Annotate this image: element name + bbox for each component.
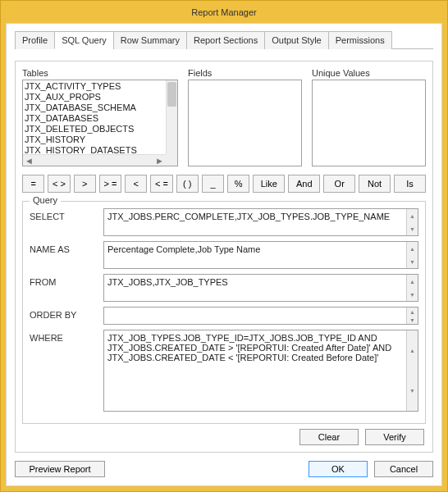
- op-neq[interactable]: < >: [48, 175, 70, 193]
- op-paren[interactable]: ( ): [176, 175, 199, 193]
- titlebar: Report Manager: [1, 1, 447, 23]
- client-area: Profile SQL Query Row Summary Report Sec…: [6, 23, 442, 486]
- scrollbar-vertical[interactable]: [166, 80, 177, 154]
- panel-buttons: Clear Verify: [22, 429, 426, 445]
- op-underscore[interactable]: _: [202, 175, 224, 193]
- op-is[interactable]: Is: [394, 175, 426, 193]
- where-value: JTX_JOB_TYPES.JOB_TYPE_ID=JTX_JOBS.JOB_T…: [107, 333, 391, 362]
- operator-row: = < > > > = < < = ( ) _ % Like And Or No…: [22, 175, 426, 193]
- unique-values-listbox[interactable]: [312, 80, 426, 166]
- spinner[interactable]: ▲▼: [406, 330, 418, 411]
- where-field[interactable]: JTX_JOB_TYPES.JOB_TYPE_ID=JTX_JOBS.JOB_T…: [103, 330, 418, 412]
- ok-button[interactable]: OK: [309, 461, 368, 477]
- name-as-value: Percentage Complete,Job Type Name: [107, 244, 260, 254]
- fields-listbox[interactable]: [188, 80, 302, 166]
- name-as-label: NAME AS: [30, 241, 103, 254]
- from-value: JTX_JOBS,JTX_JOB_TYPES: [107, 277, 228, 287]
- list-item[interactable]: JTX_HISTORY: [25, 134, 176, 145]
- spinner[interactable]: ▲▼: [406, 242, 418, 268]
- verify-button[interactable]: Verify: [365, 429, 424, 445]
- select-label: SELECT: [30, 208, 103, 221]
- sql-query-panel: Tables JTX_ACTIVITY_TYPES JTX_AUX_PROPS …: [15, 61, 433, 453]
- clear-button[interactable]: Clear: [299, 429, 359, 445]
- window-title: Report Manager: [191, 7, 257, 17]
- op-gt[interactable]: >: [74, 175, 96, 193]
- op-not[interactable]: Not: [359, 175, 391, 193]
- spinner[interactable]: ▲▼: [406, 275, 418, 301]
- order-by-field[interactable]: ▲▼: [103, 307, 418, 325]
- op-like[interactable]: Like: [253, 175, 285, 193]
- op-lt[interactable]: <: [125, 175, 147, 193]
- from-label: FROM: [30, 274, 103, 287]
- fields-label: Fields: [188, 68, 302, 78]
- tab-strip: Profile SQL Query Row Summary Report Sec…: [15, 30, 433, 49]
- select-value: JTX_JOBS.PERC_COMPLETE,JTX_JOB_TYPES.JOB…: [107, 212, 390, 221]
- top-lists-row: Tables JTX_ACTIVITY_TYPES JTX_AUX_PROPS …: [22, 68, 426, 166]
- tab-row-summary[interactable]: Row Summary: [113, 31, 187, 49]
- spinner[interactable]: ▲▼: [406, 209, 418, 235]
- list-item[interactable]: JTX_AUX_PROPS: [25, 92, 176, 102]
- from-field[interactable]: JTX_JOBS,JTX_JOB_TYPES ▲▼: [103, 274, 418, 302]
- op-and[interactable]: And: [288, 175, 320, 193]
- op-pct[interactable]: %: [227, 175, 249, 193]
- op-gte[interactable]: > =: [99, 175, 121, 193]
- query-group: Query SELECT JTX_JOBS.PERC_COMPLETE,JTX_…: [22, 201, 426, 424]
- list-item[interactable]: JTX_DELETED_OBJECTS: [25, 124, 176, 134]
- preview-report-button[interactable]: Preview Report: [15, 461, 105, 477]
- spinner[interactable]: ▲▼: [406, 308, 418, 324]
- tab-report-sections[interactable]: Report Sections: [186, 31, 265, 49]
- cancel-button[interactable]: Cancel: [374, 461, 433, 477]
- scrollbar-horizontal[interactable]: ◄►: [23, 154, 166, 166]
- op-or[interactable]: Or: [323, 175, 355, 193]
- tab-output-style[interactable]: Output Style: [264, 31, 329, 49]
- name-as-field[interactable]: Percentage Complete,Job Type Name ▲▼: [103, 241, 418, 269]
- list-item[interactable]: JTX_ACTIVITY_TYPES: [25, 81, 176, 92]
- tables-listbox[interactable]: JTX_ACTIVITY_TYPES JTX_AUX_PROPS JTX_DAT…: [22, 80, 178, 166]
- list-item[interactable]: JTX_DATABASES: [25, 113, 176, 124]
- query-legend: Query: [30, 195, 61, 205]
- list-item[interactable]: JTX_DATABASE_SCHEMA: [25, 102, 176, 113]
- select-field[interactable]: JTX_JOBS.PERC_COMPLETE,JTX_JOB_TYPES.JOB…: [103, 208, 418, 236]
- order-by-label: ORDER BY: [30, 307, 103, 320]
- unique-values-label: Unique Values: [312, 68, 426, 78]
- op-lte[interactable]: < =: [150, 175, 172, 193]
- report-manager-window: Report Manager Profile SQL Query Row Sum…: [0, 0, 448, 492]
- tab-permissions[interactable]: Permissions: [328, 31, 392, 49]
- where-label: WHERE: [30, 330, 103, 343]
- tab-profile[interactable]: Profile: [15, 31, 55, 49]
- op-eq[interactable]: =: [22, 175, 44, 193]
- tables-label: Tables: [22, 68, 178, 78]
- dialog-footer: Preview Report OK Cancel: [15, 461, 433, 477]
- tab-sql-query[interactable]: SQL Query: [54, 31, 114, 49]
